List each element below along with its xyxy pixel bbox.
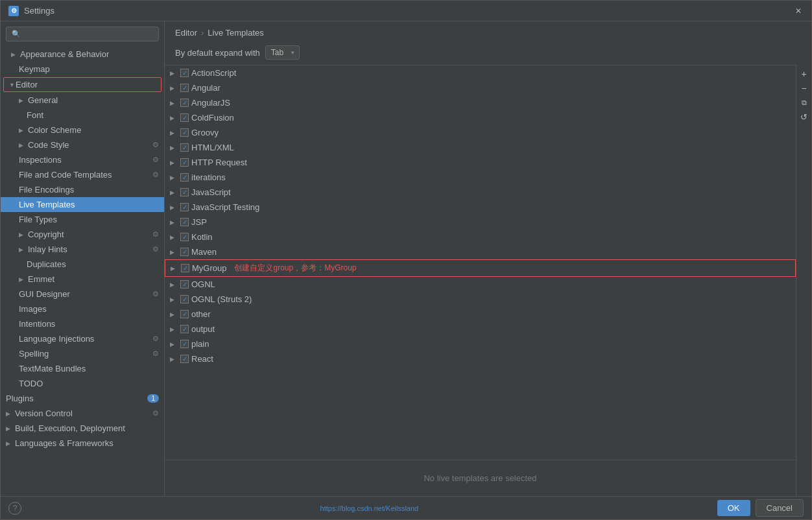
copy-button[interactable]: ⧉ bbox=[798, 96, 811, 109]
sidebar-item-images[interactable]: Images bbox=[1, 301, 164, 316]
sidebar-item-intentions[interactable]: Intentions bbox=[1, 316, 164, 331]
template-row[interactable]: ActionScript bbox=[165, 65, 796, 80]
template-name: React bbox=[191, 354, 213, 364]
template-checkbox[interactable] bbox=[180, 340, 189, 348]
sidebar-item-label: Intentions bbox=[19, 319, 55, 329]
template-row[interactable]: Maven bbox=[165, 244, 796, 259]
chevron-icon bbox=[19, 276, 25, 283]
sidebar-item-label: Languages & Frameworks bbox=[15, 438, 113, 448]
footer-link[interactable]: https://blog.csdn.net/Keilssland bbox=[320, 504, 419, 512]
template-checkbox[interactable] bbox=[180, 173, 189, 182]
template-checkbox[interactable] bbox=[180, 69, 189, 77]
template-checkbox[interactable] bbox=[180, 143, 189, 152]
template-checkbox[interactable] bbox=[180, 99, 189, 107]
template-row[interactable]: React bbox=[165, 351, 796, 366]
ok-button[interactable]: OK bbox=[717, 500, 750, 516]
sidebar-item-appearance[interactable]: Appearance & Behavior bbox=[1, 47, 164, 62]
settings-icon: ⚙ bbox=[152, 156, 159, 164]
template-checkbox[interactable] bbox=[180, 84, 189, 92]
sidebar-item-label: File Encodings bbox=[19, 185, 74, 195]
sidebar-item-emmet[interactable]: Emmet bbox=[1, 272, 164, 287]
sidebar-item-label: Plugins bbox=[6, 394, 34, 403]
sidebar-item-build[interactable]: Build, Execution, Deployment bbox=[1, 421, 164, 436]
template-checkbox[interactable] bbox=[181, 264, 189, 272]
cancel-button[interactable]: Cancel bbox=[756, 499, 804, 517]
plugins-badge: 1 bbox=[147, 394, 159, 403]
add-button[interactable]: + bbox=[798, 67, 811, 80]
sidebar-item-label: Build, Execution, Deployment bbox=[15, 423, 125, 433]
sidebar-item-keymap[interactable]: Keymap bbox=[1, 62, 164, 77]
template-row[interactable]: OGNL bbox=[165, 277, 796, 292]
sidebar-item-general[interactable]: General bbox=[1, 93, 164, 108]
sidebar-item-version-control[interactable]: Version Control ⚙ bbox=[1, 406, 164, 421]
template-checkbox[interactable] bbox=[180, 280, 189, 289]
template-checkbox[interactable] bbox=[180, 218, 189, 226]
template-checkbox[interactable] bbox=[180, 325, 189, 333]
sidebar-item-copyright[interactable]: Copyright ⚙ bbox=[1, 227, 164, 242]
template-checkbox[interactable] bbox=[180, 310, 189, 318]
search-box[interactable]: 🔍 bbox=[6, 27, 159, 41]
sidebar-item-color-scheme[interactable]: Color Scheme bbox=[1, 123, 164, 137]
template-row[interactable]: Groovy bbox=[165, 125, 796, 140]
chevron-icon bbox=[170, 311, 178, 318]
sidebar-item-file-code-templates[interactable]: File and Code Templates ⚙ bbox=[1, 167, 164, 182]
template-row[interactable]: AngularJS bbox=[165, 95, 796, 110]
template-row[interactable]: HTML/XML bbox=[165, 140, 796, 155]
template-checkbox[interactable] bbox=[180, 248, 189, 256]
sidebar-item-language-injections[interactable]: Language Injections ⚙ bbox=[1, 331, 164, 346]
expand-with-dropdown[interactable]: Tab bbox=[265, 45, 300, 60]
sidebar-item-todo[interactable]: TODO bbox=[1, 376, 164, 391]
chevron-icon bbox=[170, 234, 178, 241]
template-row[interactable]: iterations bbox=[165, 170, 796, 185]
sidebar-item-spelling[interactable]: Spelling ⚙ bbox=[1, 346, 164, 361]
sidebar-item-label: Emmet bbox=[28, 274, 54, 284]
sidebar-item-file-types[interactable]: File Types bbox=[1, 212, 164, 227]
template-checkbox[interactable] bbox=[180, 203, 189, 211]
template-row[interactable]: JavaScript bbox=[165, 185, 796, 200]
template-checkbox[interactable] bbox=[180, 128, 189, 137]
close-button[interactable]: ✕ bbox=[793, 6, 804, 16]
remove-button[interactable]: − bbox=[798, 82, 811, 95]
template-row[interactable]: OGNL (Struts 2) bbox=[165, 292, 796, 307]
sidebar-scroll[interactable]: Appearance & Behavior Keymap Editor Gene… bbox=[1, 47, 164, 496]
sidebar-item-editor[interactable]: Editor bbox=[3, 77, 161, 92]
template-row[interactable]: JSP bbox=[165, 215, 796, 230]
template-row[interactable]: Kotlin bbox=[165, 230, 796, 244]
template-checkbox[interactable] bbox=[180, 233, 189, 241]
restore-button[interactable]: ↺ bbox=[798, 110, 811, 123]
template-scroll[interactable]: ActionScript Angular AngularJS bbox=[165, 65, 796, 460]
template-row-mygroup[interactable]: MyGroup 创建自定义group，参考：MyGroup bbox=[165, 259, 796, 277]
sidebar-item-font[interactable]: Font bbox=[1, 108, 164, 123]
sidebar-item-label: File and Code Templates bbox=[19, 170, 112, 180]
template-row[interactable]: output bbox=[165, 322, 796, 337]
template-checkbox[interactable] bbox=[180, 295, 189, 303]
sidebar-item-code-style[interactable]: Code Style ⚙ bbox=[1, 137, 164, 152]
sidebar-item-live-templates[interactable]: Live Templates bbox=[1, 197, 164, 212]
sidebar-item-file-encodings[interactable]: File Encodings bbox=[1, 182, 164, 197]
template-row[interactable]: HTTP Request bbox=[165, 155, 796, 170]
sidebar-item-gui-designer[interactable]: GUI Designer ⚙ bbox=[1, 287, 164, 301]
help-button[interactable]: ? bbox=[8, 502, 21, 515]
template-row[interactable]: ColdFusion bbox=[165, 110, 796, 125]
chevron-icon bbox=[170, 174, 178, 181]
template-checkbox[interactable] bbox=[180, 188, 189, 196]
template-checkbox[interactable] bbox=[180, 113, 189, 122]
template-row[interactable]: other bbox=[165, 307, 796, 322]
sidebar-item-inspections[interactable]: Inspections ⚙ bbox=[1, 152, 164, 167]
template-name: plain bbox=[191, 339, 209, 349]
template-checkbox[interactable] bbox=[180, 355, 189, 363]
sidebar-item-duplicates[interactable]: Duplicates bbox=[1, 257, 164, 272]
template-name: OGNL (Struts 2) bbox=[191, 294, 252, 304]
sidebar-item-textmate[interactable]: TextMate Bundles bbox=[1, 361, 164, 376]
chevron-icon bbox=[170, 356, 178, 362]
sidebar-item-plugins[interactable]: Plugins 1 bbox=[1, 391, 164, 406]
template-row[interactable]: Angular bbox=[165, 80, 796, 95]
sidebar-item-label: GUI Designer bbox=[19, 289, 70, 299]
sidebar-item-inlay-hints[interactable]: Inlay Hints ⚙ bbox=[1, 242, 164, 257]
template-row[interactable]: plain bbox=[165, 337, 796, 351]
template-checkbox[interactable] bbox=[180, 158, 189, 167]
sidebar-item-languages[interactable]: Languages & Frameworks bbox=[1, 436, 164, 451]
app-icon: ⚙ bbox=[8, 6, 19, 16]
sidebar-item-label: Appearance & Behavior bbox=[20, 49, 109, 59]
template-row[interactable]: JavaScript Testing bbox=[165, 200, 796, 215]
